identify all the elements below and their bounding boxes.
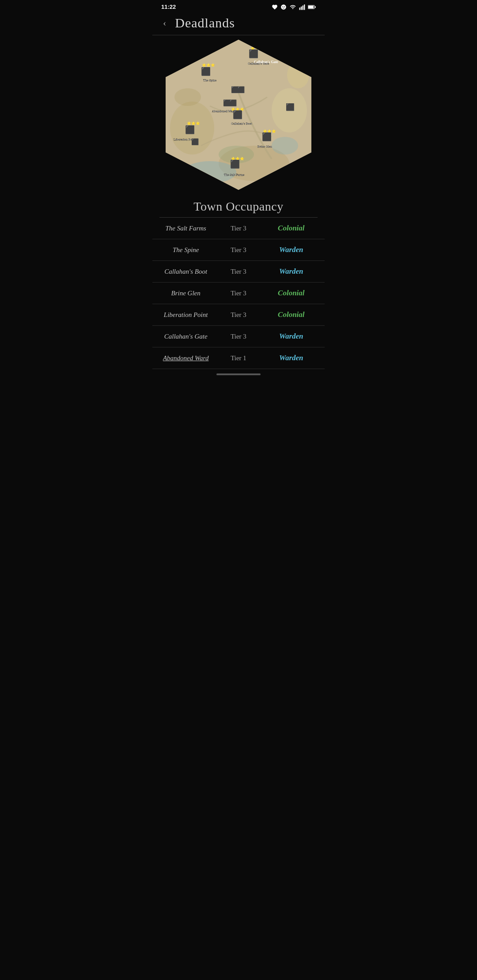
svg-text:⬛: ⬛	[201, 67, 211, 76]
svg-text:Callahan's Boot: Callahan's Boot	[231, 122, 252, 125]
bottom-bar	[152, 369, 325, 378]
svg-rect-8	[308, 6, 314, 8]
status-icons	[272, 4, 316, 10]
town-faction: Colonial	[265, 310, 318, 319]
svg-text:The Spine: The Spine	[203, 79, 216, 82]
wifi-icon	[289, 4, 296, 10]
svg-rect-4	[301, 6, 302, 10]
table-row[interactable]: Brine GlenTier 3Colonial	[152, 283, 325, 304]
town-faction: Colonial	[265, 224, 318, 233]
svg-text:⬛: ⬛	[230, 159, 240, 169]
map-container: ★★★ 🏛 Callahan's Gate ⭐⭐⭐ ⬛ Callahan's G…	[152, 35, 325, 192]
svg-text:⬛: ⬛	[262, 132, 272, 142]
table-row[interactable]: Abandoned WardTier 1Warden	[152, 347, 325, 369]
table-row[interactable]: The SpineTier 3Warden	[152, 239, 325, 261]
svg-point-16	[174, 88, 201, 106]
svg-point-2	[284, 6, 285, 7]
svg-text:⬛: ⬛	[249, 49, 259, 59]
town-faction: Warden	[265, 267, 318, 276]
svg-text:The Salt Farms: The Salt Farms	[224, 173, 245, 177]
town-name: Liberation Point	[159, 311, 212, 319]
svg-text:⬛: ⬛	[286, 103, 295, 111]
town-tier: Tier 1	[212, 354, 265, 362]
svg-text:⬛: ⬛	[229, 99, 237, 107]
town-name: Abandoned Ward	[159, 354, 212, 362]
section-title: Town Occupancy	[152, 192, 325, 217]
svg-point-14	[183, 161, 236, 183]
town-faction: Warden	[265, 354, 318, 362]
svg-text:⬛: ⬛	[191, 138, 199, 146]
svg-text:⭐⭐⭐: ⭐⭐⭐	[187, 121, 200, 125]
town-name: Callahan's Boot	[159, 268, 212, 275]
svg-rect-3	[299, 8, 300, 10]
svg-point-15	[272, 137, 298, 155]
table-row[interactable]: The Salt FarmsTier 3Colonial	[152, 218, 325, 239]
svg-text:⬛: ⬛	[233, 110, 243, 120]
status-bar: 11:22	[152, 0, 325, 12]
table-row[interactable]: Callahan's GateTier 3Warden	[152, 326, 325, 347]
town-faction: Colonial	[265, 289, 318, 298]
svg-text:⬛: ⬛	[185, 125, 195, 135]
town-tier: Tier 3	[212, 311, 265, 319]
map-background: ★★★ 🏛 Callahan's Gate ⭐⭐⭐ ⬛ Callahan's G…	[166, 40, 311, 190]
svg-text:⭐⭐⭐: ⭐⭐⭐	[202, 63, 215, 67]
svg-rect-9	[315, 6, 316, 8]
svg-point-17	[287, 62, 309, 88]
heart-icon	[272, 4, 278, 10]
hex-map[interactable]: ★★★ 🏛 Callahan's Gate ⭐⭐⭐ ⬛ Callahan's G…	[166, 40, 311, 190]
svg-rect-5	[303, 5, 303, 10]
town-tier: Tier 3	[212, 246, 265, 254]
town-name: Callahan's Gate	[159, 333, 212, 340]
svg-point-0	[281, 4, 286, 10]
battery-icon	[308, 4, 316, 10]
svg-text:Brine Glen: Brine Glen	[257, 145, 272, 148]
town-name: Brine Glen	[159, 290, 212, 297]
page-title: Deadlands	[175, 15, 235, 30]
town-name: The Spine	[159, 246, 212, 254]
town-faction: Warden	[265, 245, 318, 254]
town-table: The Salt FarmsTier 3ColonialThe SpineTie…	[152, 218, 325, 369]
town-tier: Tier 3	[212, 290, 265, 297]
town-tier: Tier 3	[212, 333, 265, 340]
svg-text:⬛: ⬛	[237, 86, 245, 94]
signal-icon	[299, 4, 305, 10]
bottom-indicator	[216, 373, 261, 375]
back-button[interactable]: ‹	[159, 15, 170, 30]
table-row[interactable]: Liberation PointTier 3Colonial	[152, 304, 325, 326]
town-name: The Salt Farms	[159, 225, 212, 232]
map-terrain-svg: ★★★ 🏛 Callahan's Gate ⭐⭐⭐ ⬛ Callahan's G…	[166, 40, 311, 190]
header: ‹ Deadlands	[152, 12, 325, 35]
status-time: 11:22	[161, 4, 176, 10]
town-tier: Tier 3	[212, 268, 265, 275]
svg-point-1	[282, 6, 283, 7]
face-icon	[280, 4, 287, 10]
town-faction: Warden	[265, 332, 318, 341]
table-row[interactable]: Callahan's BootTier 3Warden	[152, 261, 325, 283]
svg-rect-6	[304, 4, 305, 10]
svg-text:Callahan's Gate: Callahan's Gate	[248, 62, 269, 65]
town-tier: Tier 3	[212, 225, 265, 232]
